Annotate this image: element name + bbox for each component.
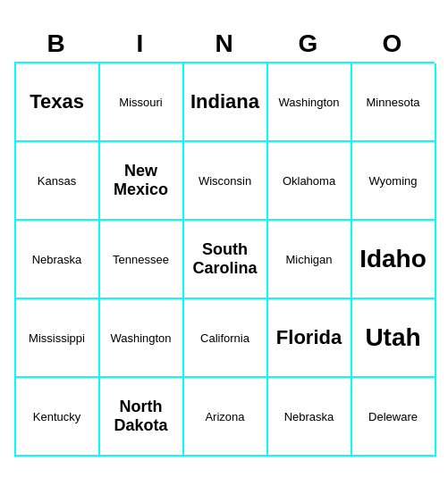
bingo-header: BINGO (14, 29, 435, 58)
bingo-cell-4-2: Arizona (184, 378, 268, 457)
bingo-cell-4-0: Kentucky (16, 378, 100, 457)
bingo-cell-4-3: Nebraska (268, 378, 352, 457)
bingo-cell-2-0: Nebraska (16, 221, 100, 299)
header-letter-B: B (17, 29, 96, 58)
bingo-cell-3-2: California (184, 299, 268, 378)
bingo-cell-3-1: Washington (100, 299, 184, 378)
bingo-cell-1-3: Oklahoma (268, 142, 352, 221)
bingo-cell-3-3: Florida (268, 299, 352, 378)
bingo-cell-0-1: Missouri (100, 63, 184, 142)
bingo-cell-1-1: New Mexico (100, 142, 184, 221)
bingo-cell-3-4: Utah (352, 299, 436, 378)
bingo-cell-2-3: Michigan (268, 221, 352, 299)
bingo-cell-0-4: Minnesota (352, 63, 436, 142)
bingo-cell-0-0: Texas (16, 63, 100, 142)
header-letter-I: I (101, 29, 180, 58)
bingo-cell-2-1: Tennessee (100, 221, 184, 299)
header-letter-G: G (269, 29, 348, 58)
bingo-cell-4-4: Deleware (352, 378, 436, 457)
bingo-cell-2-4: Idaho (352, 221, 436, 299)
bingo-card: BINGO TexasMissouriIndianaWashingtonMinn… (7, 22, 442, 464)
bingo-cell-1-4: Wyoming (352, 142, 436, 221)
bingo-cell-1-0: Kansas (16, 142, 100, 221)
bingo-cell-1-2: Wisconsin (184, 142, 268, 221)
bingo-cell-4-1: North Dakota (100, 378, 184, 457)
header-letter-N: N (185, 29, 264, 58)
bingo-cell-3-0: Mississippi (16, 299, 100, 378)
bingo-cell-2-2: South Carolina (184, 221, 268, 299)
bingo-cell-0-3: Washington (268, 63, 352, 142)
bingo-cell-0-2: Indiana (184, 63, 268, 142)
header-letter-O: O (353, 29, 432, 58)
bingo-grid: TexasMissouriIndianaWashingtonMinnesotaK… (14, 62, 435, 457)
